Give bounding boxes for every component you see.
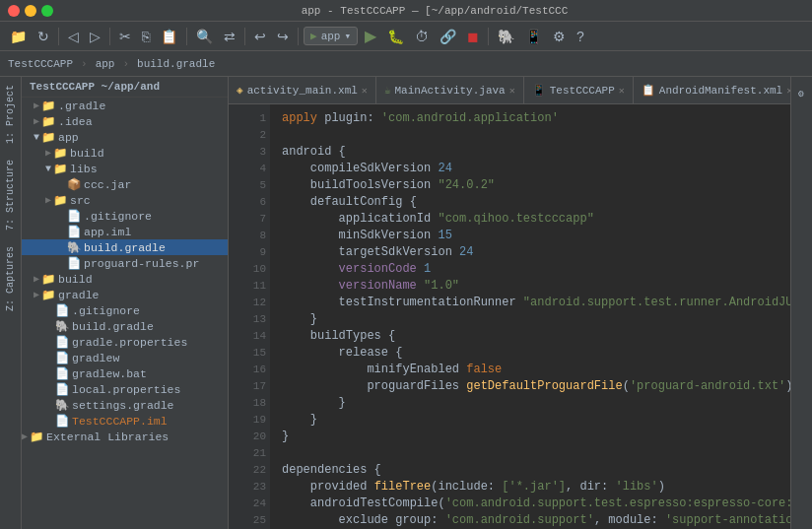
stop-button[interactable]: ◼ bbox=[463, 27, 483, 46]
expand-arrow: ▶ bbox=[34, 115, 39, 127]
tab-label: AndroidManifest.xml bbox=[659, 85, 782, 97]
tab-label: MainActivity.java bbox=[395, 85, 506, 97]
tab-label: TestCCCAPP bbox=[550, 85, 615, 97]
folder-icon: 📁 bbox=[41, 130, 55, 144]
structure-tab[interactable]: 7: Structure bbox=[1, 152, 20, 238]
editor-content[interactable]: 1234567891011121314151617181920212223242… bbox=[229, 104, 790, 529]
expand-arrow: ▶ bbox=[34, 273, 39, 285]
minimize-button[interactable] bbox=[25, 5, 36, 17]
breadcrumb-sep-2: › bbox=[122, 58, 129, 70]
tree-item-external-libs[interactable]: ▶ 📁 External Libraries bbox=[22, 429, 228, 444]
tree-item-gradle-properties[interactable]: 📄 gradle.properties bbox=[22, 334, 228, 350]
breadcrumb-project[interactable]: TestCCCAPP bbox=[8, 58, 73, 70]
tab-androidmanifest[interactable]: 📋 AndroidManifest.xml ✕ bbox=[634, 77, 790, 103]
tree-item-gradle-root[interactable]: ▶ 📁 gradle bbox=[22, 287, 228, 302]
tree-item-gradlew-bat[interactable]: 📄 gradlew.bat bbox=[22, 365, 228, 381]
run-config-arrow: ▾ bbox=[344, 30, 351, 42]
copy-button[interactable]: ⎘ bbox=[138, 27, 154, 46]
tree-item-settings-gradle[interactable]: 🐘 settings.gradle bbox=[22, 397, 228, 413]
iml-icon: 📄 bbox=[67, 225, 81, 238]
breadcrumb-module[interactable]: app bbox=[96, 58, 115, 70]
java-icon: ☕ bbox=[384, 84, 391, 97]
right-panel-tab[interactable]: ⚙ bbox=[792, 81, 811, 107]
tree-label: proguard-rules.pr bbox=[84, 257, 199, 270]
undo-button[interactable]: ↩ bbox=[250, 27, 270, 46]
tab-close-icon[interactable]: ✕ bbox=[509, 85, 515, 97]
maximize-button[interactable] bbox=[41, 5, 53, 17]
breadcrumb-file[interactable]: build.gradle bbox=[137, 58, 215, 70]
tree-label: .gitignore bbox=[84, 210, 152, 223]
paste-button[interactable]: 📋 bbox=[157, 27, 181, 46]
tree-item-app-iml[interactable]: 📄 app.iml bbox=[22, 224, 228, 239]
editor-container: ◈ activity_main.xml ✕ ☕ MainActivity.jav… bbox=[229, 77, 790, 529]
expand-arrow: ▶ bbox=[45, 147, 51, 159]
tab-close-icon[interactable]: ✕ bbox=[362, 85, 368, 97]
gradle-sync-button[interactable]: 🐘 bbox=[494, 27, 518, 46]
debug-button[interactable]: 🐛 bbox=[383, 27, 408, 46]
captures-tab[interactable]: Z: Captures bbox=[1, 238, 20, 319]
tree-item-app[interactable]: ▼ 📁 app bbox=[22, 129, 228, 145]
replace-button[interactable]: ⇄ bbox=[220, 27, 239, 46]
expand-arrow-open: ▼ bbox=[45, 164, 51, 174]
line-numbers: 1234567891011121314151617181920212223242… bbox=[240, 104, 270, 529]
tree-item-gradlew[interactable]: 📄 gradlew bbox=[22, 350, 228, 365]
run-config-dropdown[interactable]: ▶ app ▾ bbox=[304, 27, 358, 45]
tabs-bar: ◈ activity_main.xml ✕ ☕ MainActivity.jav… bbox=[229, 77, 790, 104]
tab-mainactivity[interactable]: ☕ MainActivity.java ✕ bbox=[376, 77, 524, 103]
folder-icon: 📁 bbox=[30, 430, 43, 443]
tree-item-testcccapp-iml[interactable]: 📄 TestCCCAPP.iml bbox=[22, 413, 228, 429]
toolbar-sep-6 bbox=[488, 28, 489, 45]
tree-label: TestCCCAPP.iml bbox=[72, 415, 168, 428]
tree-item-build-root[interactable]: ▶ 📁 build bbox=[22, 271, 228, 287]
gradle-icon: 🐘 bbox=[55, 398, 69, 412]
breadcrumb-bar: TestCCCAPP › app › build.gradle bbox=[0, 51, 812, 77]
gradle-icon: 🐘 bbox=[55, 319, 69, 333]
expand-arrow: ▶ bbox=[45, 194, 51, 206]
file-tree: TestCCCAPP ~/app/and ▶ 📁 .gradle ▶ 📁 .id… bbox=[22, 77, 229, 529]
tree-label: build.gradle bbox=[84, 241, 166, 254]
profile-button[interactable]: ⏱ bbox=[411, 27, 433, 46]
tree-item-build[interactable]: ▶ 📁 build bbox=[22, 145, 228, 161]
project-tab[interactable]: 1: Project bbox=[1, 77, 20, 152]
tree-label: gradlew bbox=[72, 352, 119, 364]
tree-item-build-gradle-app[interactable]: 🐘 build.gradle bbox=[22, 239, 228, 255]
redo-button[interactable]: ↪ bbox=[273, 27, 293, 46]
tab-activity-main[interactable]: ◈ activity_main.xml ✕ bbox=[229, 77, 376, 103]
cut-button[interactable]: ✂ bbox=[115, 27, 135, 46]
xml-icon: ◈ bbox=[237, 84, 243, 97]
folder-icon: 📁 bbox=[41, 288, 55, 301]
folder-icon: 📁 bbox=[41, 272, 55, 286]
help-button[interactable]: ? bbox=[573, 27, 588, 46]
tree-item-libs[interactable]: ▼ 📁 libs bbox=[22, 161, 228, 176]
tree-item-gitignore-root[interactable]: 📄 .gitignore bbox=[22, 302, 228, 318]
tree-item-idea[interactable]: ▶ 📁 .idea bbox=[22, 113, 228, 129]
tree-item-cccjar[interactable]: 📦 ccc.jar bbox=[22, 176, 228, 192]
tree-item-build-gradle-root[interactable]: 🐘 build.gradle bbox=[22, 318, 228, 334]
attach-button[interactable]: 🔗 bbox=[436, 27, 460, 46]
tree-label: libs bbox=[70, 163, 98, 175]
sdk-button[interactable]: ⚙ bbox=[549, 27, 570, 46]
code-editor[interactable]: apply plugin: 'com.android.application' … bbox=[270, 104, 790, 529]
breadcrumb-sep-1: › bbox=[81, 58, 88, 70]
tree-item-gradle[interactable]: ▶ 📁 .gradle bbox=[22, 98, 228, 113]
tree-item-proguard[interactable]: 📄 proguard-rules.pr bbox=[22, 255, 228, 271]
run-button[interactable]: ▶ bbox=[361, 25, 380, 47]
tree-label: External Libraries bbox=[46, 430, 169, 443]
back-button[interactable]: ◁ bbox=[64, 27, 83, 46]
tree-item-src[interactable]: ▶ 📁 src bbox=[22, 192, 228, 208]
tree-item-gitignore-app[interactable]: 📄 .gitignore bbox=[22, 208, 228, 224]
tab-testcccapp[interactable]: 📱 TestCCCAPP ✕ bbox=[524, 77, 634, 103]
open-folder-button[interactable]: 📁 bbox=[6, 27, 31, 46]
close-button[interactable] bbox=[8, 5, 20, 17]
tab-close-icon[interactable]: ✕ bbox=[619, 85, 625, 97]
folder-icon: 📁 bbox=[53, 193, 67, 207]
find-button[interactable]: 🔍 bbox=[192, 27, 217, 46]
tree-label: ccc.jar bbox=[84, 178, 131, 191]
manifest-icon: 📋 bbox=[642, 84, 655, 97]
sync-button[interactable]: ↻ bbox=[34, 27, 53, 46]
tree-item-local-properties[interactable]: 📄 local.properties bbox=[22, 381, 228, 397]
avd-button[interactable]: 📱 bbox=[521, 27, 546, 46]
tree-label: gradle bbox=[58, 289, 99, 301]
iml-icon: 📄 bbox=[55, 414, 69, 428]
forward-button[interactable]: ▷ bbox=[86, 27, 104, 46]
